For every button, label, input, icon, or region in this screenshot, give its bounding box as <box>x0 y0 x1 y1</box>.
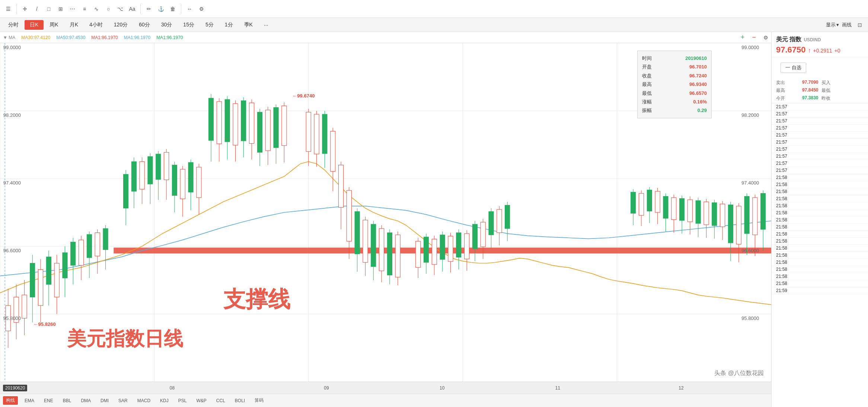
ind-dma[interactable]: DMA <box>78 397 94 404</box>
ind-suanma[interactable]: 算码 <box>252 396 267 405</box>
chart-canvas[interactable]: ←99.6740 ←95.8260 99.0000 98.2000 97.400… <box>0 43 771 382</box>
svg-rect-52 <box>172 165 177 196</box>
display-button[interactable]: 显示 ▾ <box>826 22 839 28</box>
svg-text:←95.8260: ←95.8260 <box>33 321 55 327</box>
svg-rect-126 <box>505 205 510 229</box>
tab-more[interactable]: ··· <box>259 20 274 29</box>
zoom-in-icon[interactable]: + <box>741 33 745 41</box>
svg-text:99.0000: 99.0000 <box>741 45 759 50</box>
ind-ema[interactable]: EMA <box>22 397 37 404</box>
svg-rect-24 <box>46 257 51 284</box>
svg-rect-160 <box>761 193 766 230</box>
ma1-label-red: MA1:96.1970 <box>91 35 118 40</box>
svg-rect-58 <box>197 167 201 198</box>
svg-rect-122 <box>489 212 494 235</box>
svg-rect-42 <box>131 162 136 192</box>
time-list[interactable]: 21:57 21:57 21:57 21:57 21:57 21:57 21:5… <box>772 103 868 407</box>
ind-wp[interactable]: W&P <box>193 397 209 404</box>
move-icon[interactable]: ↔ <box>184 4 195 14</box>
svg-rect-68 <box>241 101 246 141</box>
tab-120[interactable]: 120分 <box>109 20 133 30</box>
zoom-out-icon[interactable]: − <box>752 33 756 41</box>
brush-icon[interactable]: ✏ <box>144 4 154 14</box>
anchor-icon[interactable]: ⚓ <box>156 4 166 14</box>
svg-rect-40 <box>124 174 128 208</box>
svg-rect-124 <box>497 209 502 233</box>
x-date-09: 09 <box>324 385 329 391</box>
ind-ene[interactable]: ENE <box>41 397 56 404</box>
ind-macd[interactable]: MACD <box>134 397 153 404</box>
svg-rect-38 <box>103 228 108 250</box>
tab-5[interactable]: 5分 <box>200 20 219 30</box>
tab-15[interactable]: 15分 <box>178 20 200 30</box>
self-select-area: 一 自选 <box>772 57 868 78</box>
svg-rect-32 <box>79 240 84 265</box>
layout-icon[interactable]: ⊡ <box>855 20 865 30</box>
tab-month[interactable]: 月K <box>64 20 83 30</box>
tab-week[interactable]: 周K <box>44 20 63 30</box>
svg-rect-98 <box>379 228 384 271</box>
svg-text:97.4000: 97.4000 <box>741 180 759 186</box>
svg-rect-138 <box>671 198 676 219</box>
ind-kdj[interactable]: KDJ <box>157 397 172 404</box>
wave-icon[interactable]: ∿ <box>91 4 102 14</box>
svg-rect-104 <box>416 241 421 267</box>
rect-icon[interactable]: □ <box>44 4 54 14</box>
svg-rect-100 <box>387 233 392 275</box>
svg-rect-92 <box>355 212 360 254</box>
svg-rect-134 <box>655 191 660 212</box>
svg-text:96.6000: 96.6000 <box>3 248 21 253</box>
svg-rect-152 <box>728 205 733 243</box>
svg-rect-84 <box>322 114 327 154</box>
tab-60[interactable]: 60分 <box>134 20 155 30</box>
circle-icon[interactable]: ○ <box>103 4 114 14</box>
svg-rect-108 <box>432 239 437 265</box>
svg-rect-140 <box>680 198 684 220</box>
sell-value: 97.7090 <box>802 80 818 86</box>
time-entry: 21:58 <box>772 224 868 231</box>
svg-rect-62 <box>217 102 221 144</box>
main-toolbar: ☰ ✛ / □ ⊞ ⋯ ≡ ∿ ○ ⌥ Aa ✏ ⚓ 🗑 ↔ ⚙ <box>0 0 868 18</box>
tab-1[interactable]: 1分 <box>220 20 238 30</box>
asset-header: 美元 指数 USDIND 97.6750 ↑ +0.2911 +0 <box>772 32 868 57</box>
time-entry: 21:57 <box>772 110 868 118</box>
ma-toggle[interactable]: ▼ MA <box>3 35 15 40</box>
chart-settings-icon[interactable]: ⚙ <box>763 35 768 41</box>
font-icon[interactable]: Aa <box>127 4 137 14</box>
ind-gouzhi[interactable]: 构线 <box>3 396 18 405</box>
delete-icon[interactable]: 🗑 <box>167 4 178 14</box>
ind-ccl[interactable]: CCL <box>213 397 228 404</box>
time-entry: 21:57 <box>772 103 868 110</box>
crosshair-icon[interactable]: ✛ <box>20 4 30 14</box>
svg-rect-150 <box>720 204 725 227</box>
trend-icon[interactable]: / <box>32 4 42 14</box>
ind-psl[interactable]: PSL <box>175 397 190 404</box>
tab-fen[interactable]: 分时 <box>3 20 24 30</box>
fork-icon[interactable]: ⌥ <box>115 4 125 14</box>
ind-boli[interactable]: BOLI <box>232 397 248 404</box>
settings-icon[interactable]: ⚙ <box>196 4 207 14</box>
svg-rect-34 <box>87 234 92 258</box>
menu-icon[interactable]: ☰ <box>3 4 13 14</box>
tab-season[interactable]: 季K <box>239 20 258 30</box>
tab-daily[interactable]: 日K <box>25 20 44 30</box>
time-entry: 21:58 <box>772 181 868 188</box>
time-entry: 21:58 <box>772 209 868 217</box>
multi-icon[interactable]: ⊞ <box>55 4 66 14</box>
ind-dmi[interactable]: DMI <box>98 397 112 404</box>
self-select-button[interactable]: 一 自选 <box>781 63 806 73</box>
time-entry: 21:58 <box>772 273 868 280</box>
x-date-12: 12 <box>679 385 683 391</box>
ind-bbl[interactable]: BBL <box>60 397 74 404</box>
text-icon[interactable]: ≡ <box>79 4 90 14</box>
svg-rect-26 <box>54 263 59 297</box>
lasso-icon[interactable]: ⋯ <box>67 4 78 14</box>
tab-30[interactable]: 30分 <box>156 20 178 30</box>
time-entry: 21:59 <box>772 287 868 294</box>
ind-sar[interactable]: SAR <box>115 397 131 404</box>
tab-4h[interactable]: 4小时 <box>84 20 108 30</box>
svg-rect-88 <box>338 165 343 208</box>
draw-button[interactable]: 画线 <box>842 22 852 28</box>
high-label: 最高 <box>776 87 785 94</box>
svg-rect-48 <box>156 154 161 179</box>
